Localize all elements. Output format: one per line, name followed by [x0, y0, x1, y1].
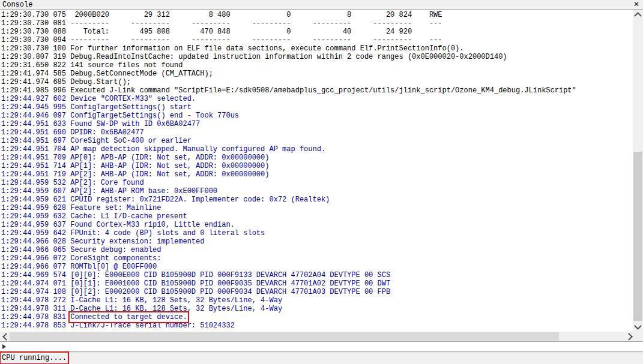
log-timestamp: 1:29:44.927 602 — [1, 95, 70, 103]
log-timestamp: 1:29:44.959 607 — [1, 187, 70, 195]
log-line: 1:29:44.951 709 AP[0]: APB-AP (IDR: Not … — [1, 154, 633, 162]
close-icon[interactable]: ✕ — [632, 0, 641, 9]
log-timestamp: 1:29:44.946 097 — [1, 112, 70, 120]
console-log[interactable]: 1:29:30.730 075 2000B020 29 312 8 480 0 … — [0, 10, 633, 332]
log-timestamp: 1:29:44.945 995 — [1, 103, 70, 112]
log-timestamp: 1:29:41.974 685 — [1, 78, 70, 86]
log-message: [0][1]: E0001000 CID B105900D PID 000F90… — [70, 279, 390, 288]
log-message: Executed J-Link command "ScriptFile=E:/s… — [70, 86, 576, 95]
log-timestamp: 1:29:41.985 996 — [1, 86, 70, 95]
log-line: 1:29:44.959 628 Feature set: Mainline — [1, 204, 633, 212]
log-message: AP[2]: AHB-AP (IDR: Not set, ADDR: 0x000… — [70, 170, 269, 179]
log-message: Feature set: Mainline — [70, 204, 161, 212]
log-message: --------- --------- --------- --------- … — [70, 36, 442, 44]
log-message: [0][0]: E000E000 CID B105900D PID 000F91… — [70, 271, 390, 279]
log-timestamp: 1:29:31.650 822 — [1, 61, 70, 70]
log-message: I-Cache L1: 16 KB, 128 Sets, 32 Bytes/Li… — [70, 296, 282, 305]
log-message: Debug.Start(); — [70, 78, 131, 86]
horizontal-scrollbar-thumb[interactable] — [10, 332, 559, 341]
log-timestamp: 1:29:44.959 621 — [1, 195, 70, 204]
log-line: 1:29:44.974 071 [0][1]: E0001000 CID B10… — [1, 279, 633, 288]
log-message: For further information on ELF file data… — [70, 44, 463, 53]
prompt-icon — [2, 344, 6, 349]
log-line: 1:29:41.974 585 Debug.SetConnectMode (CM… — [1, 70, 633, 78]
log-line: 1:29:44.978 831 Connected to target devi… — [1, 313, 633, 321]
log-line: 1:29:44.959 532 AP[2]: Core found — [1, 179, 633, 187]
log-message: Secure debug: enabled — [70, 246, 161, 254]
log-timestamp: 1:29:44.974 071 — [1, 279, 70, 288]
log-timestamp: 1:29:44.978 853 — [1, 321, 70, 330]
log-timestamp: 1:29:44.959 632 — [1, 212, 70, 221]
command-input[interactable] — [8, 342, 633, 351]
log-line: 1:29:44.959 607 AP[2]: AHB-AP ROM base: … — [1, 187, 633, 195]
log-line: 1:29:30.730 088 Total: 495 808 470 848 0… — [1, 28, 633, 36]
log-message: CoreSight SoC-400 or earlier — [70, 137, 192, 145]
scroll-left-button[interactable] — [0, 332, 10, 341]
log-line: 1:29:44.966 072 CoreSight components: — [1, 254, 633, 263]
log-message: FPUnit: 4 code (BP) slots and 0 literal … — [70, 229, 265, 237]
log-message: Cache: L1 I/D-cache present — [70, 212, 187, 221]
status-text: CPU running.... — [2, 354, 67, 362]
log-line: 1:29:44.945 995 ConfigTargetSettings() s… — [1, 103, 633, 112]
log-timestamp: 1:29:44.966 065 — [1, 246, 70, 254]
log-line: 1:29:30.730 081 --------- --------- ----… — [1, 19, 633, 28]
log-message: ROMTbl[0] @ E00FF000 — [70, 263, 157, 271]
log-timestamp: 1:29:44.951 714 — [1, 162, 70, 170]
log-line: 1:29:44.959 621 CPUID register: 0x721FD2… — [1, 195, 633, 204]
log-timestamp: 1:29:44.951 690 — [1, 128, 70, 137]
vertical-scrollbar[interactable] — [633, 10, 643, 332]
vertical-scrollbar-thumb[interactable] — [633, 152, 642, 321]
log-line: 1:29:44.951 714 AP[1]: AHB-AP (IDR: Not … — [1, 162, 633, 170]
log-message: ConfigTargetSettings() start — [70, 103, 192, 112]
log-timestamp: 1:29:30.730 094 — [1, 36, 70, 44]
log-timestamp: 1:29:44.978 831 — [1, 313, 70, 321]
log-line: 1:29:41.974 685 Debug.Start(); — [1, 78, 633, 86]
panel-titlebar: Console ✕ — [0, 0, 643, 10]
log-message: AP[2]: AHB-AP ROM base: 0xE00FF000 — [70, 187, 217, 195]
log-message: Debug.ReadIntoInstCache: updated instruc… — [70, 53, 507, 61]
command-row — [0, 342, 643, 351]
log-timestamp: 1:29:44.959 532 — [1, 179, 70, 187]
log-timestamp: 1:29:44.959 642 — [1, 229, 70, 237]
log-line: 1:29:44.978 272 I-Cache L1: 16 KB, 128 S… — [1, 296, 633, 305]
log-message: AP[0]: APB-AP (IDR: Not set, ADDR: 0x000… — [70, 154, 269, 162]
log-message: --------- --------- --------- --------- … — [70, 19, 442, 28]
log-timestamp: 1:29:44.978 272 — [1, 296, 70, 305]
log-timestamp: 1:29:44.951 633 — [1, 120, 70, 128]
scroll-down-button[interactable] — [633, 322, 643, 332]
log-timestamp: 1:29:44.974 108 — [1, 288, 70, 296]
log-message: Found SW-DP with ID 0x6BA02477 — [70, 120, 200, 128]
scroll-right-button[interactable] — [623, 332, 633, 341]
log-timestamp: 1:29:44.959 628 — [1, 204, 70, 212]
log-line: 1:29:30.730 075 2000B020 29 312 8 480 0 … — [1, 11, 633, 19]
log-timestamp: 1:29:30.730 100 — [1, 44, 70, 53]
log-message: Total: 495 808 470 848 0 40 24 920 — [70, 28, 412, 36]
log-message: CoreSight components: — [70, 254, 161, 263]
log-line: 1:29:44.951 633 Found SW-DP with ID 0x6B… — [1, 120, 633, 128]
log-message: Security extension: implemented — [70, 237, 204, 246]
log-timestamp: 1:29:41.974 585 — [1, 70, 70, 78]
log-timestamp: 1:29:44.959 637 — [1, 221, 70, 229]
log-timestamp: 1:29:44.966 028 — [1, 237, 70, 246]
chevron-down-icon — [634, 322, 642, 330]
log-line: 1:29:44.966 065 Secure debug: enabled — [1, 246, 633, 254]
log-line: 1:29:44.974 108 [0][2]: E0002000 CID B10… — [1, 288, 633, 296]
console-panel: Console ✕ 1:29:30.730 075 2000B020 29 31… — [0, 0, 643, 364]
log-message: D-Cache L1: 16 KB, 128 Sets, 32 Bytes/Li… — [70, 305, 282, 313]
log-timestamp: 1:29:44.951 704 — [1, 145, 70, 154]
log-message: Found Cortex-M33 r1p10, Little endian. — [70, 221, 235, 229]
log-timestamp: 1:29:30.730 081 — [1, 19, 70, 28]
log-line: 1:29:44.951 697 CoreSight SoC-400 or ear… — [1, 137, 633, 145]
log-message: 2000B020 29 312 8 480 0 8 20 824 RWE — [70, 11, 442, 19]
horizontal-scrollbar[interactable] — [0, 332, 643, 341]
scroll-up-button[interactable] — [633, 10, 643, 19]
log-timestamp: 1:29:44.969 574 — [1, 271, 70, 279]
log-line: 1:29:44.969 574 [0][0]: E000E000 CID B10… — [1, 271, 633, 279]
chevron-left-icon — [2, 333, 10, 341]
log-message: AP map detection skipped. Manually confi… — [70, 145, 325, 154]
log-timestamp: 1:29:44.951 709 — [1, 154, 70, 162]
log-line: 1:29:41.985 996 Executed J-Link command … — [1, 86, 633, 95]
log-message: [0][2]: E0002000 CID B105900D PID 000F90… — [70, 288, 390, 296]
log-message: ConfigTargetSettings() end - Took 770us — [70, 112, 239, 120]
log-message: J-Link/J-Trace serial number: 51024332 — [70, 321, 235, 330]
